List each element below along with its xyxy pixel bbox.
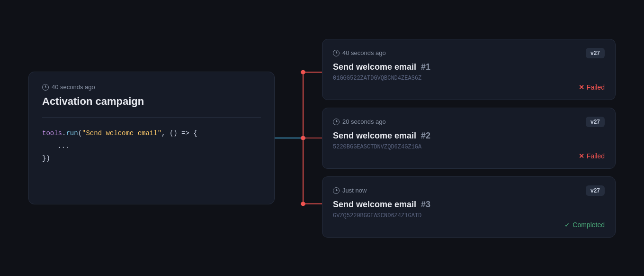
connector-svg: [275, 19, 322, 257]
connector-area: [275, 19, 322, 257]
failed-icon-2: ✕: [579, 152, 584, 160]
status-completed-3: ✓ Completed: [564, 221, 605, 229]
svg-point-6: [301, 136, 305, 140]
version-badge-2: v27: [586, 117, 605, 127]
right-card-1: 40 seconds ago v27 Send welcome email #1…: [322, 39, 616, 100]
right-card-1-id: 01GGG522ZATDGVQBCND4ZEAS6Z: [333, 75, 605, 82]
right-card-2-id: 5220BGGEASCTDNVZQD6Z4GZ1GA: [333, 144, 605, 150]
clock-icon-1: [333, 50, 340, 56]
code-string: "Send welcome email": [82, 129, 161, 137]
right-card-1-footer: ✕ Failed: [333, 83, 605, 91]
right-card-3-title: Send welcome email #3: [333, 200, 605, 210]
right-card-3-timestamp: Just now: [333, 187, 367, 194]
clock-icon: [42, 84, 49, 91]
right-card-2-header: 20 seconds ago v27: [333, 117, 605, 127]
right-card-1-title: Send welcome email #1: [333, 62, 605, 72]
version-badge-1: v27: [586, 48, 605, 58]
failed-icon-1: ✕: [579, 83, 584, 91]
left-card-title: Activation campaign: [42, 95, 261, 108]
code-block: tools.run("Send welcome email", () => { …: [42, 127, 261, 165]
svg-point-4: [301, 70, 305, 74]
svg-point-8: [301, 202, 305, 206]
status-failed-1: ✕ Failed: [579, 83, 605, 91]
canvas: 40 seconds ago Activation campaign tools…: [0, 0, 644, 276]
status-failed-2: ✕ Failed: [579, 152, 605, 160]
code-line-1: tools.run("Send welcome email", () => {: [42, 127, 261, 140]
right-card-2-footer: ✕ Failed: [333, 152, 605, 160]
right-card-3: Just now v27 Send welcome email #3 GVZQ5…: [322, 176, 616, 238]
clock-icon-2: [333, 119, 340, 125]
right-card-1-timestamp: 40 seconds ago: [333, 49, 386, 56]
clock-icon-3: [333, 187, 340, 194]
right-card-2: 20 seconds ago v27 Send welcome email #2…: [322, 108, 616, 169]
completed-icon-3: ✓: [564, 221, 570, 229]
right-column: 40 seconds ago v27 Send welcome email #1…: [322, 39, 616, 238]
right-card-3-id: GVZQ5220BGGEASCND6Z4Z1GATD: [333, 212, 605, 219]
code-line-3: }): [42, 152, 261, 165]
right-card-3-header: Just now v27: [333, 185, 605, 196]
code-line-2: ...: [42, 140, 261, 153]
right-card-1-header: 40 seconds ago v27: [333, 48, 605, 58]
code-keyword: tools: [42, 129, 62, 137]
left-card-timestamp: 40 seconds ago: [42, 83, 261, 91]
code-method: run: [66, 129, 78, 137]
right-card-3-footer: ✓ Completed: [333, 221, 605, 229]
right-card-2-title: Send welcome email #2: [333, 131, 605, 141]
version-badge-3: v27: [586, 185, 605, 196]
left-card: 40 seconds ago Activation campaign tools…: [28, 72, 275, 204]
card-divider: [42, 117, 261, 118]
right-card-2-timestamp: 20 seconds ago: [333, 118, 386, 125]
